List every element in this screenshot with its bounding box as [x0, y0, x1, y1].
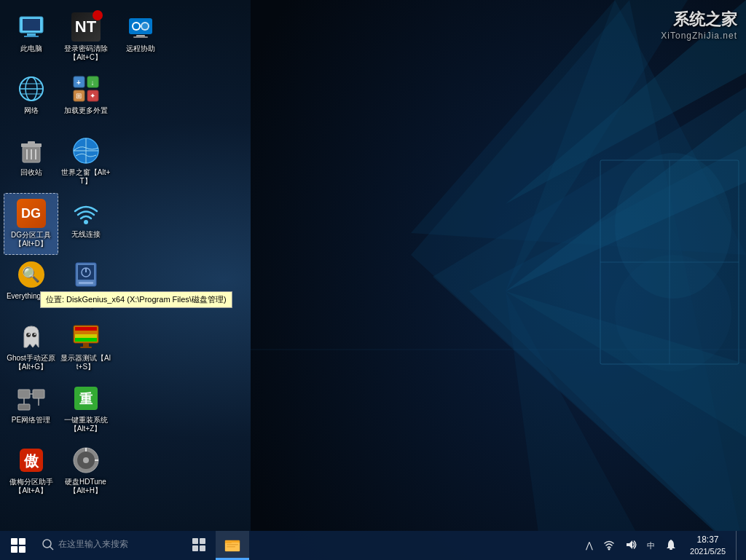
svg-rect-64	[75, 331, 97, 334]
svg-rect-88	[200, 545, 205, 551]
clock-date: 2021/5/25	[690, 546, 726, 557]
svg-rect-19	[24, 36, 39, 37]
show-hidden-icons[interactable]: ⋀	[583, 539, 596, 552]
icon-dg-tool[interactable]: DG DG分区工具【Alt+D】	[4, 193, 58, 255]
svg-line-84	[50, 546, 54, 550]
dg-icon: DG	[17, 199, 46, 228]
icon-everything-label: Everything搜索	[6, 292, 57, 301]
svg-rect-27	[28, 141, 35, 144]
svg-rect-67	[83, 343, 89, 347]
icon-aomei[interactable]: 傲 傲梅分区助手【Alt+A】	[4, 441, 58, 502]
clock-time: 18:37	[697, 534, 719, 546]
svg-rect-93	[227, 546, 235, 548]
svg-rect-91	[225, 540, 232, 543]
svg-rect-37	[18, 404, 30, 410]
watermark: 系统之家 XiTongZhiJia.net	[661, 9, 737, 41]
watermark-line2: XiTongZhiJia.net	[661, 31, 737, 41]
svg-rect-82	[133, 36, 148, 38]
taskbar: 在这里输入来搜索	[0, 531, 746, 560]
icon-monitor-test-label: 显示器测试【Alt+S】	[60, 354, 111, 371]
svg-rect-63	[75, 327, 97, 331]
icon-more-label: 加载更多外置	[60, 106, 111, 115]
icon-hdtune-label: 硬盘HDTune【Alt+H】	[60, 478, 111, 495]
icon-reinstall-label: 一键重装系统【Alt+Z】	[60, 416, 111, 433]
svg-point-32	[32, 333, 36, 337]
system-tray: ⋀ 中	[583, 531, 746, 560]
svg-rect-86	[200, 538, 205, 544]
clock[interactable]: 18:37 2021/5/25	[684, 532, 731, 559]
svg-point-31	[26, 333, 31, 337]
icon-hdtune[interactable]: 硬盘HDTune【Alt+H】	[58, 441, 113, 502]
svg-rect-68	[80, 347, 92, 348]
svg-point-55	[84, 220, 88, 224]
icon-dg-label: DG分区工具【Alt+D】	[6, 231, 57, 248]
svg-point-34	[34, 334, 36, 335]
icon-world-window[interactable]: 世界之窗【Alt+T】	[58, 131, 113, 193]
icon-teamviewer-label: 远程协助	[115, 44, 166, 53]
svg-text:傲: 傲	[23, 453, 39, 469]
icon-this-pc-label: 此电脑	[6, 44, 57, 53]
svg-point-73	[83, 457, 89, 463]
taskview-button[interactable]	[182, 531, 216, 560]
icon-more-icons[interactable]: + ↓ ⊞ ✦ 加载更多外置	[58, 69, 113, 131]
icon-sys-installer[interactable]: 系统安装器【Alt+W】	[58, 255, 113, 317]
svg-rect-66	[75, 338, 97, 342]
windows-logo-icon	[11, 538, 25, 553]
svg-point-78	[133, 23, 139, 29]
icon-wireless-label: 无线连接	[60, 230, 111, 239]
everything-icon: 🔍	[18, 261, 44, 288]
svg-text:↓: ↓	[90, 79, 94, 87]
svg-marker-95	[627, 540, 632, 549]
svg-rect-85	[192, 538, 198, 544]
icon-recycle[interactable]: 回收站	[4, 131, 58, 193]
icon-pe-network-label: PE网络管理	[6, 416, 57, 425]
svg-rect-17	[23, 19, 40, 31]
svg-point-94	[608, 548, 610, 550]
svg-rect-92	[227, 544, 238, 545]
notifications-tray-icon[interactable]	[662, 537, 680, 554]
svg-point-83	[43, 540, 51, 548]
icon-sys-installer-label: 系统安装器【Alt+W】	[60, 292, 111, 309]
svg-rect-36	[33, 390, 44, 398]
icon-reinstall[interactable]: 重 一键重装系统【Alt+Z】	[58, 379, 113, 441]
svg-point-33	[28, 334, 30, 335]
desktop: 此电脑 网络	[0, 0, 746, 560]
icon-teamviewer[interactable]: 远程协助	[113, 7, 168, 69]
icon-everything[interactable]: 🔍 Everything搜索	[4, 255, 58, 317]
show-desktop[interactable]	[736, 531, 740, 560]
svg-rect-65	[75, 334, 97, 338]
icon-network[interactable]: 网络	[4, 69, 58, 131]
desktop-icons: 此电脑 网络	[4, 7, 168, 517]
svg-rect-60	[79, 282, 93, 284]
svg-rect-87	[192, 545, 198, 551]
svg-text:✦: ✦	[90, 92, 95, 100]
icon-this-pc[interactable]: 此电脑	[4, 7, 58, 69]
icon-wireless[interactable]: 无线连接	[58, 193, 113, 255]
svg-text:重: 重	[79, 392, 93, 406]
svg-text:+: +	[76, 79, 81, 87]
network-tray-icon[interactable]	[600, 537, 618, 554]
svg-point-80	[142, 23, 148, 29]
taskbar-file-explorer[interactable]	[216, 531, 249, 560]
icon-aomei-label: 傲梅分区助手【Alt+A】	[6, 478, 57, 495]
svg-rect-35	[18, 390, 30, 398]
icon-ghost-label: Ghost手动还原【Alt+G】	[6, 354, 57, 371]
svg-text:⊞: ⊞	[76, 92, 82, 100]
icon-monitor-test[interactable]: 显示器测试【Alt+S】	[58, 317, 113, 379]
start-button[interactable]	[0, 531, 36, 560]
icon-pe-network[interactable]: PE网络管理	[4, 379, 58, 441]
icon-network-label: 网络	[6, 106, 57, 115]
svg-rect-96	[670, 548, 672, 550]
search-placeholder: 在这里输入来搜索	[58, 538, 128, 551]
icon-ghost[interactable]: Ghost手动还原【Alt+G】	[4, 317, 58, 379]
icon-recycle-label: 回收站	[6, 168, 57, 177]
watermark-line1: 系统之家	[661, 9, 737, 31]
taskbar-pins: 在这里输入来搜索	[36, 531, 249, 560]
speaker-tray-icon[interactable]	[622, 537, 640, 554]
taskbar-search[interactable]: 在这里输入来搜索	[36, 531, 182, 560]
icon-nt-cleaner[interactable]: NT 登录密码清除【Alt+C】	[58, 7, 113, 69]
lang-tray-icon[interactable]: 中	[644, 539, 658, 553]
icon-nt-label: 登录密码清除【Alt+C】	[60, 44, 111, 62]
icon-world-window-label: 世界之窗【Alt+T】	[60, 168, 111, 186]
